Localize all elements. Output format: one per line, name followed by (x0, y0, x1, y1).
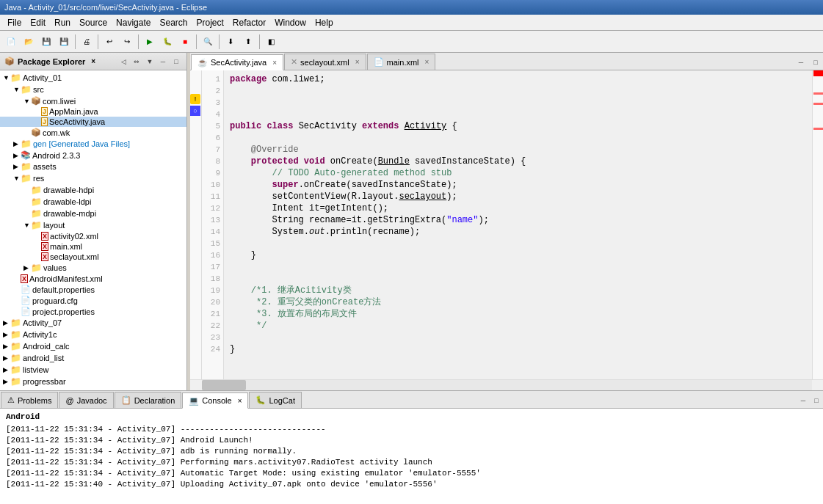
console-close[interactable]: × (238, 397, 242, 405)
menu-help[interactable]: Help (311, 16, 338, 29)
console-icon: 💻 (189, 396, 199, 406)
new-button[interactable]: 📄 (3, 34, 19, 50)
tab-logcat[interactable]: 🐛 LogCat (249, 392, 301, 408)
tab-close-seclayout[interactable]: × (355, 58, 360, 66)
menu-window[interactable]: Window (270, 16, 311, 29)
tree-arrow-progressbar[interactable]: ▶ (3, 378, 10, 385)
tree-item-listview[interactable]: ▶ 📁 listview (0, 364, 186, 376)
tree-arrow-layout[interactable]: ▼ (23, 222, 31, 229)
tree-item-activity01[interactable]: ▼ 📁 Activity_01 (0, 72, 186, 84)
pe-link-editor-btn[interactable]: ⇔ (131, 56, 142, 67)
tree-item-defaultprops[interactable]: 📄 default.properties (0, 284, 186, 295)
menu-edit[interactable]: Edit (26, 16, 50, 29)
menu-navigate[interactable]: Navigate (112, 16, 155, 29)
tree-item-androidmanifest[interactable]: X AndroidManifest.xml (0, 274, 186, 284)
tree-item-main.xml[interactable]: X main.xml (0, 241, 186, 252)
tab-problems[interactable]: ⚠ Problems (1, 392, 58, 408)
tab-declaration[interactable]: 📋 Declaration (115, 392, 182, 408)
menu-project[interactable]: Project (192, 16, 228, 29)
tree-arrow-values[interactable]: ▶ (23, 264, 31, 271)
problems-label: Problems (18, 396, 51, 405)
print-button[interactable]: 🖨 (79, 34, 95, 50)
tree-item-drawable-hdpi[interactable]: 📁 drawable-hdpi (0, 184, 186, 196)
pe-collapse-btn[interactable]: ◁ (117, 56, 129, 67)
tab-javadoc[interactable]: @ Javadoc (59, 392, 113, 408)
pe-toolbar-buttons: ◁ ⇔ ▼ ─ □ (117, 56, 182, 67)
menu-source[interactable]: Source (75, 16, 112, 29)
hscroll-track[interactable] (202, 380, 812, 390)
hscroll-thumb[interactable] (202, 380, 246, 390)
tree-item-proguard[interactable]: 📄 proguard.cfg (0, 295, 186, 306)
tab-close-secactivity[interactable]: × (272, 59, 277, 67)
bottom-maximize-btn[interactable]: □ (811, 395, 822, 406)
tree-item-activity1c[interactable]: ▶ 📁 Activity1c (0, 329, 186, 340)
tree-item-drawable-mdpi[interactable]: 📁 drawable-mdpi (0, 208, 186, 219)
code-editor[interactable]: package com.liwei; public class SecActiv… (224, 70, 812, 379)
pe-minimize-btn[interactable]: ─ (157, 56, 169, 67)
editor-minimize-btn[interactable]: ─ (795, 56, 807, 68)
open-button[interactable]: 📂 (21, 34, 37, 50)
save-all-button[interactable]: 💾 (56, 34, 72, 50)
menu-search[interactable]: Search (155, 16, 192, 29)
tree-label-assets: assets (32, 162, 57, 171)
debug-button[interactable]: 🐛 (159, 34, 175, 50)
tree-item-android233[interactable]: ▶ 📚 Android 2.3.3 (0, 150, 186, 161)
tree-arrow-activity01[interactable]: ▼ (3, 74, 10, 81)
folder-icon: 📁 (31, 220, 42, 230)
tree-item-android_list[interactable]: ▶ 📁 android_list (0, 352, 186, 364)
tree-item-drawable-ldpi[interactable]: 📁 drawable-ldpi (0, 196, 186, 208)
tab-console[interactable]: 💻 Console × (182, 392, 248, 409)
tree-item-progressbar[interactable]: ▶ 📁 progressbar (0, 376, 186, 387)
editor-maximize-btn[interactable]: □ (810, 56, 822, 68)
pe-maximize-btn[interactable]: □ (170, 56, 182, 67)
save-button[interactable]: 💾 (38, 34, 54, 50)
tree-label-main.xml: main.xml (48, 242, 82, 251)
tree-arrow-android_list[interactable]: ▶ (3, 354, 10, 362)
tree-label-com.wk: com.wk (41, 128, 70, 137)
tree-arrow-assets[interactable]: ▶ (13, 163, 21, 170)
tree-item-secactivity[interactable]: J SecActivity.java (0, 117, 186, 127)
tree-arrow-res[interactable]: ▼ (13, 175, 21, 182)
pe-menu-btn[interactable]: ▼ (144, 56, 156, 67)
tree-item-gen[interactable]: ▶ 📁 gen [Generated Java Files] (0, 138, 186, 150)
tree-item-seclayout.xml[interactable]: X seclayout.xml (0, 252, 186, 262)
tree-item-values[interactable]: ▶ 📁 values (0, 262, 186, 274)
tree-arrow-android_calc[interactable]: ▶ (3, 343, 10, 350)
pe-close-icon[interactable]: × (91, 57, 95, 65)
tree-arrow-com.liwei[interactable]: ▼ (23, 98, 31, 105)
tree-item-appmain[interactable]: J AppMain.java (0, 106, 186, 117)
menu-refactor[interactable]: Refactor (228, 16, 270, 29)
stop-button[interactable]: ■ (177, 34, 193, 50)
tree-arrow-activity1c[interactable]: ▶ (3, 331, 10, 338)
prev-annotation-button[interactable]: ⬆ (240, 34, 256, 50)
tab-mainxml[interactable]: 📄 main.xml × (367, 54, 436, 70)
next-annotation-button[interactable]: ⬇ (222, 34, 239, 50)
perspective-button[interactable]: ◧ (263, 34, 279, 50)
horizontal-scroll[interactable] (190, 379, 823, 390)
search-button[interactable]: 🔍 (200, 34, 216, 50)
tree-item-src[interactable]: ▼ 📁 src (0, 84, 186, 95)
redo-button[interactable]: ↪ (119, 34, 135, 50)
tree-item-activity07[interactable]: ▶ 📁 Activity_07 (0, 317, 186, 329)
run-button[interactable]: ▶ (142, 34, 158, 50)
tree-arrow-activity07[interactable]: ▶ (3, 319, 10, 326)
tree-item-com.wk[interactable]: 📦 com.wk (0, 127, 186, 138)
tree-item-com.liwei[interactable]: ▼ 📦 com.liwei (0, 95, 186, 106)
tree-arrow-listview[interactable]: ▶ (3, 366, 10, 373)
menu-file[interactable]: File (3, 16, 26, 29)
tree-arrow-src[interactable]: ▼ (13, 86, 21, 93)
undo-button[interactable]: ↩ (101, 34, 117, 50)
bottom-minimize-btn[interactable]: ─ (797, 395, 809, 406)
tab-close-mainxml[interactable]: × (425, 58, 429, 66)
tree-item-res[interactable]: ▼ 📁 res (0, 172, 186, 184)
menu-run[interactable]: Run (50, 16, 75, 29)
tree-item-activity02[interactable]: X activity02.xml (0, 231, 186, 241)
tree-item-layout[interactable]: ▼ 📁 layout (0, 219, 186, 231)
tree-arrow-gen[interactable]: ▶ (13, 140, 21, 147)
tree-item-android_calc[interactable]: ▶ 📁 Android_calc (0, 340, 186, 352)
tree-arrow-android233[interactable]: ▶ (13, 152, 21, 159)
tree-item-assets[interactable]: ▶ 📁 assets (0, 161, 186, 172)
tree-item-projectprops[interactable]: 📄 project.properties (0, 306, 186, 317)
tab-secactivity[interactable]: ☕ SecActivity.java × (191, 54, 283, 70)
tab-seclayout[interactable]: ✕ seclayout.xml × (284, 54, 366, 70)
